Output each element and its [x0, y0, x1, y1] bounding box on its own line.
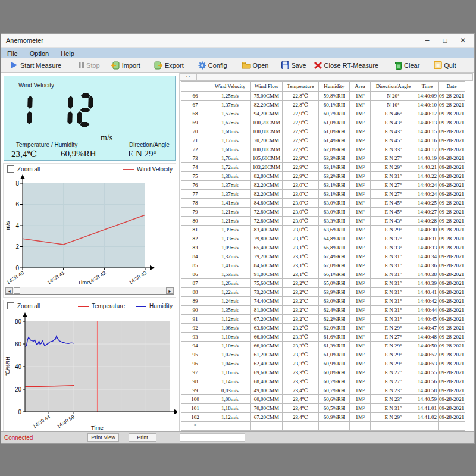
- table-cell[interactable]: E N 29°: [371, 350, 416, 359]
- table-row[interactable]: 911,12m/s67,20CMM23,2℃62,2%RH1M²E N 31°1…: [181, 315, 465, 324]
- table-cell[interactable]: 63,6%RH: [319, 226, 350, 234]
- row-header-cell[interactable]: 78: [181, 199, 209, 208]
- table-cell[interactable]: 14:40:09: [416, 92, 439, 101]
- table-cell[interactable]: E N 29°: [371, 342, 416, 350]
- table-cell[interactable]: 49,80CMM: [251, 386, 283, 395]
- table-cell[interactable]: E N 31°: [371, 172, 416, 181]
- table-cell[interactable]: 61,0%RH: [319, 127, 350, 136]
- table-cell[interactable]: 09-28-2021: [439, 297, 465, 306]
- table-cell[interactable]: 82,80CMM: [251, 172, 283, 181]
- table-cell[interactable]: 63,60CMM: [251, 324, 283, 333]
- stop-button[interactable]: Stop: [77, 60, 101, 71]
- table-cell[interactable]: 14:40:25: [416, 199, 439, 208]
- row-header-cell[interactable]: 67: [181, 101, 209, 109]
- table-cell[interactable]: 23,4℃: [283, 395, 319, 404]
- table-cell[interactable]: E N 31°: [371, 279, 416, 288]
- start-measure-button[interactable]: Start Measure: [9, 60, 62, 71]
- checkbox-icon[interactable]: [7, 302, 14, 309]
- table-cell[interactable]: 14:40:45: [416, 315, 439, 324]
- table-cell[interactable]: 1,18m/s: [209, 404, 251, 413]
- table-cell[interactable]: 14:40:31: [416, 234, 439, 243]
- table-cell[interactable]: 81,00CMM: [251, 306, 283, 315]
- table-row[interactable]: 931,10m/s66,00CMM23,3℃61,6%RH1M²E N 27°1…: [181, 333, 465, 342]
- table-cell[interactable]: 23,0℃: [283, 181, 319, 190]
- table-cell[interactable]: 09-28-2021: [439, 109, 465, 118]
- table-cell[interactable]: E N 29°: [371, 359, 416, 368]
- table-cell[interactable]: [371, 422, 416, 431]
- column-header[interactable]: Date: [439, 82, 465, 92]
- table-cell[interactable]: 09-28-2021: [439, 377, 465, 386]
- table-row[interactable]: 901,35m/s81,00CMM23,2℃62,4%RH1M²E N 31°1…: [181, 306, 465, 315]
- table-cell[interactable]: 09-28-2021: [439, 234, 465, 243]
- column-header[interactable]: Temperature: [283, 82, 319, 92]
- table-cell[interactable]: E N 27°: [371, 154, 416, 163]
- table-cell[interactable]: 09-28-2021: [439, 92, 465, 101]
- table-cell[interactable]: 23,2℃: [283, 297, 319, 306]
- table-row[interactable]: 841,32m/s79,20CMM23,1℃67,4%RH1M²E N 31°1…: [181, 252, 465, 261]
- table-cell[interactable]: 23,3℃: [283, 350, 319, 359]
- table-cell[interactable]: 82,20CMM: [251, 181, 283, 190]
- table-cell[interactable]: 14:40:30: [416, 226, 439, 234]
- table-row[interactable]: 971,16m/s69,60CMM23,3℃60,8%RH1M²E N 27°1…: [181, 368, 465, 377]
- import-button[interactable]: Import: [109, 60, 142, 71]
- chart1-horizontal-scrollbar[interactable]: ◄ ►: [5, 287, 174, 295]
- table-row[interactable]: 1011,18m/s70,80CMM23,4℃60,5%RH1M²E N 31°…: [181, 404, 465, 413]
- table-cell[interactable]: E N 31°: [371, 306, 416, 315]
- zoom-all-checkbox-1[interactable]: Zoom all: [7, 165, 40, 173]
- table-cell[interactable]: E N 29°: [371, 163, 416, 172]
- table-cell[interactable]: 70,20CMM: [251, 136, 283, 145]
- table-cell[interactable]: 23,1℃: [283, 270, 319, 279]
- table-cell[interactable]: 1,12m/s: [209, 315, 251, 324]
- table-cell[interactable]: 1,37m/s: [209, 101, 251, 109]
- table-cell[interactable]: 22,9℃: [283, 172, 319, 181]
- table-row[interactable]: 990,83m/s49,80CMM23,4℃60,7%RH1M²E N 23°1…: [181, 386, 465, 395]
- table-cell[interactable]: 1,16m/s: [209, 368, 251, 377]
- table-cell[interactable]: 91,80CMM: [251, 270, 283, 279]
- table-cell[interactable]: 69,60CMM: [251, 368, 283, 377]
- table-cell[interactable]: [209, 422, 251, 431]
- table-cell[interactable]: 60,6%RH: [319, 395, 350, 404]
- table-cell[interactable]: 22,8℃: [283, 101, 319, 109]
- table-cell[interactable]: 1M²: [350, 270, 371, 279]
- table-cell[interactable]: 1,32m/s: [209, 252, 251, 261]
- table-cell[interactable]: 1M²: [350, 234, 371, 243]
- table-cell[interactable]: 63,1%RH: [319, 163, 350, 172]
- table-cell[interactable]: E N 27°: [371, 190, 416, 199]
- table-cell[interactable]: 14:40:44: [416, 306, 439, 315]
- table-cell[interactable]: E N 23°: [371, 395, 416, 404]
- table-row[interactable]: 661,25m/s75,00CMM22,8℃59,8%RH1M²N 20°14:…: [181, 92, 465, 101]
- table-cell[interactable]: 23,0℃: [283, 217, 319, 226]
- row-header-cell[interactable]: 90: [181, 306, 209, 315]
- table-cell[interactable]: 09-28-2021: [439, 279, 465, 288]
- row-header-cell[interactable]: 71: [181, 136, 209, 145]
- table-cell[interactable]: 09-28-2021: [439, 226, 465, 234]
- table-cell[interactable]: 1,76m/s: [209, 154, 251, 163]
- table-cell[interactable]: E N 46°: [371, 109, 416, 118]
- table-cell[interactable]: 1M²: [350, 154, 371, 163]
- table-cell[interactable]: 23,3℃: [283, 342, 319, 350]
- table-cell[interactable]: E N 43°: [371, 118, 416, 127]
- table-cell[interactable]: 22,9℃: [283, 127, 319, 136]
- table-cell[interactable]: E N 31°: [371, 297, 416, 306]
- table-cell[interactable]: 09-28-2021: [439, 181, 465, 190]
- table-cell[interactable]: 1M²: [350, 350, 371, 359]
- table-cell[interactable]: 1M²: [350, 342, 371, 350]
- table-cell[interactable]: 23,1℃: [283, 261, 319, 270]
- row-header-cell[interactable]: 100: [181, 395, 209, 404]
- table-cell[interactable]: 60,5%RH: [319, 404, 350, 413]
- table-cell[interactable]: 84,60CMM: [251, 261, 283, 270]
- table-cell[interactable]: 14:40:12: [416, 109, 439, 118]
- table-cell[interactable]: 14:40:10: [416, 101, 439, 109]
- table-cell[interactable]: N 10°: [371, 101, 416, 109]
- table-row[interactable]: 951,02m/s61,20CMM23,3℃61,0%RH1M²E N 29°1…: [181, 350, 465, 359]
- table-row[interactable]: *: [181, 422, 465, 431]
- table-row[interactable]: 981,14m/s68,40CMM23,3℃60,7%RH1M²E N 27°1…: [181, 377, 465, 386]
- menu-help[interactable]: Help: [55, 50, 80, 57]
- table-cell[interactable]: 60,00CMM: [251, 395, 283, 404]
- table-cell[interactable]: 1,68m/s: [209, 145, 251, 154]
- table-cell[interactable]: [283, 422, 319, 431]
- table-cell[interactable]: 103,20CMM: [251, 163, 283, 172]
- row-header-cell[interactable]: 97: [181, 368, 209, 377]
- table-cell[interactable]: 23,3℃: [283, 368, 319, 377]
- table-cell[interactable]: 67,4%RH: [319, 252, 350, 261]
